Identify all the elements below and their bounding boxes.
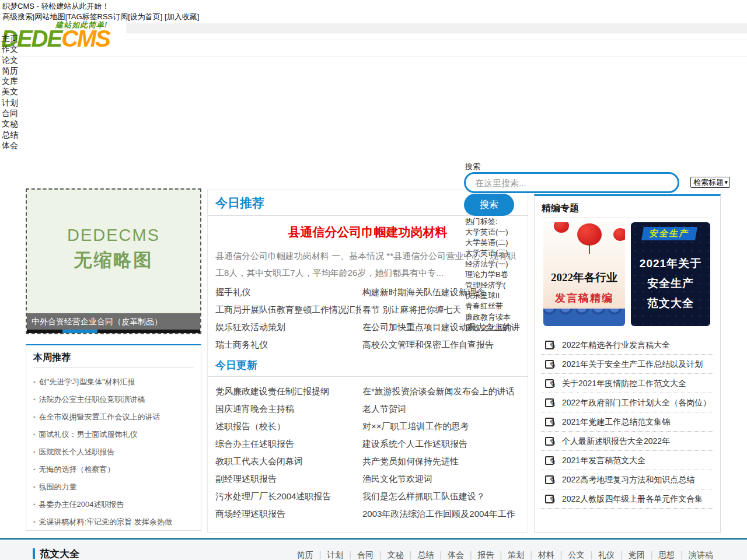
footer-link[interactable]: 演讲稿 [689,550,713,560]
list-item[interactable]: 污水处理厂厂长2004述职报告 [215,488,361,505]
list-item[interactable]: 老人节贺词 [362,400,529,418]
hot-tag[interactable]: 理论力学B卷 [465,270,511,280]
list-item[interactable]: 娱乐狂欢活动策划 [215,318,361,336]
topic-cards: 2022年各行业 发言稿精编 安全生产 2021年关于 安全生产 范文大全 [543,222,713,327]
thumb-caption[interactable]: 中外合资经营企业合同（皮革制品） [27,313,200,330]
edit-icon: ✎ [545,456,554,465]
logo[interactable]: DEDECMS 建站如此简单! [0,22,126,51]
card-title-line: 安全生产 [631,276,710,291]
topic-link[interactable]: 2022年政府部门工作计划大全（各岗位） [562,393,711,412]
topic-link[interactable]: 2021年党建工作总结范文集锦 [562,412,670,432]
list-item[interactable]: 瑞士商务礼仪 [215,336,361,354]
nav-item-zuowen[interactable]: 作文 [2,44,18,55]
list-item[interactable]: 法院办公室主任职位竞职演讲稿 [33,391,195,408]
list-item[interactable]: 教职工代表大会闭幕词 [215,453,361,470]
hot-tag[interactable]: 廉政教育读本 [465,312,511,323]
list-item[interactable]: 商场经理述职报告 [215,505,361,523]
list-item[interactable]: ✎2022高考地理复习方法和知识点总结 [542,470,713,489]
nav-item-wenmi[interactable]: 文秘 [2,119,18,130]
hot-tag[interactable]: 经济法学(一) [465,259,511,270]
nav-item-jihua[interactable]: 计划 [2,98,18,108]
footer-link[interactable]: 合同 [357,550,388,560]
hot-tag[interactable]: 快乐星球II [465,290,511,301]
list-item[interactable]: 无悔的选择（检察官） [33,461,195,478]
nav-item-jianli[interactable]: 简历 [2,66,18,76]
topic-link[interactable]: 2021年关于安全生产工作总结以及计划 [562,355,703,374]
topic-link[interactable]: 2022年精选各行业发言稿大全 [562,335,670,355]
list-item[interactable]: ✎2021年党建工作总结范文集锦 [542,412,713,432]
list-item[interactable]: 综合办主任述职报告 [215,435,361,453]
footer-link[interactable]: 文秘 [388,550,418,560]
footer-link[interactable]: 材料 [538,550,568,560]
nav-item-meiwen[interactable]: 美文 [2,87,18,97]
slider-indicator[interactable] [62,330,97,333]
hot-tag[interactable]: 廉政文化演讲 [465,323,511,333]
nav-item-wenku[interactable]: 文库 [2,76,18,87]
footer-link[interactable]: 思想 [658,550,689,560]
topic-link[interactable]: 2022人教版四年级上册各单元作文合集 [562,489,703,509]
list-item[interactable]: 在*旅游投资洽谈会新闻发布会上的讲话 [362,383,529,400]
list-item[interactable]: 在全市双拥暨安置工作会议上的讲话 [33,408,195,426]
footer-link[interactable]: 党团 [629,550,659,560]
footer-link[interactable]: 计划 [327,550,357,560]
hot-tag[interactable]: 青春红丝带 [465,301,511,312]
list-item[interactable]: ✎2022年政府部门工作计划大全（各岗位） [542,393,713,412]
list-item[interactable]: 党课讲稿材料:牢记党的宗旨 发挥余热做 [33,513,195,531]
list-item[interactable]: 国庆通宵晚会主持稿 [215,400,361,418]
nav-item-hetong[interactable]: 合同 [2,108,18,119]
footer-link[interactable]: 策划 [508,550,538,560]
footer-link[interactable]: 总结 [417,550,448,560]
hot-tag[interactable]: 大学英语(二) [465,237,511,248]
footer-link[interactable]: 礼仪 [598,550,629,560]
list-item[interactable]: 县委办主任2004述职报告 [33,496,195,513]
list-item[interactable]: 2003年政法综治工作回顾及2004年工作 [362,505,529,523]
featured-thumb[interactable]: DEDECMS 无缩略图 中外合资经营企业合同（皮革制品） [26,188,201,334]
list-item[interactable]: 共产党员如何保持先进性 [362,453,529,470]
list-item[interactable]: 氛围的力量 [33,478,195,496]
list-item[interactable]: 对××厂职工培训工作的思考 [362,418,529,435]
top-links-line[interactable]: 高级搜索|网站地图|TAG标签RSS订阅[设为首页] [加入收藏] [2,12,199,22]
list-item[interactable]: ✎关于2021年疫情防控工作范文大全 [542,374,713,393]
list-item[interactable]: 党风廉政建设责任制汇报提纲 [215,383,361,400]
page: 织梦CMS - 轻松建站从此开始！ 高级搜索|网站地图|TAG标签RSS订阅[设… [0,0,747,560]
topic-card-speeches[interactable]: 2022年各行业 发言稿精编 [543,222,625,326]
topic-card-safety[interactable]: 安全生产 2021年关于 安全生产 范文大全 [631,222,710,326]
nav-item-home[interactable]: 主页 [2,34,18,44]
list-item[interactable]: 医院院长个人述职报告 [33,443,195,461]
hot-tag[interactable]: 管理经济学( [465,280,511,290]
site-slogan: 织梦CMS - 轻松建站从此开始！ [2,1,109,12]
hot-tag[interactable]: 大学英语(一) [465,227,511,237]
list-item[interactable]: 握手礼仪 [215,284,361,301]
slider-track [27,330,200,333]
list-item[interactable]: ✎2022人教版四年级上册各单元作文合集 [542,489,713,509]
list-item[interactable]: ✎2022年精选各行业发言稿大全 [542,335,713,355]
footer-link[interactable]: 简历 [297,550,327,560]
footer-link[interactable]: 报告 [478,550,508,560]
topic-link[interactable]: 个人最新述职报告大全2022年 [562,432,670,451]
list-item[interactable]: ✎2021年关于安全生产工作总结以及计划 [542,355,713,374]
footer-link[interactable]: 公文 [568,550,598,560]
list-item[interactable]: ✎2021年发言稿范文大全 [542,451,713,470]
search-input[interactable] [464,172,679,193]
footer-link[interactable]: 体会 [448,550,478,560]
topic-link[interactable]: 关于2021年疫情防控工作范文大全 [562,374,686,393]
list-item[interactable]: 述职报告（校长） [215,418,361,435]
list-item[interactable]: 高校公文管理和保密工作自查报告 [362,336,529,354]
list-item[interactable]: 渔民文化节欢迎词 [362,470,529,488]
nav-item-lunwen[interactable]: 论文 [2,55,18,66]
topic-link[interactable]: 2021年发言稿范文大全 [562,451,645,470]
nav-item-tihui[interactable]: 体会 [2,141,18,151]
search-button[interactable]: 搜索 [464,194,514,216]
list-item[interactable]: 面试礼仪：男士面试服饰礼仪 [33,426,195,443]
list-item[interactable]: 工商局开展队伍教育整顿工作情况汇报 [215,301,361,318]
hot-tag[interactable]: 大学英语(三) [465,248,511,258]
search-field-select[interactable]: 检索标题 ▾ [690,177,730,188]
topic-link[interactable]: 2022高考地理复习方法和知识点总结 [562,470,694,489]
list-item[interactable]: 创"先进学习型集体"材料汇报 [33,373,195,391]
today-panel-title: 今日推荐 [215,195,264,211]
list-item[interactable]: 建设系统个人工作述职报告 [362,435,529,453]
list-item[interactable]: 我们是怎么样抓职工队伍建设？ [362,488,529,505]
list-item[interactable]: 副经理述职报告 [215,470,361,488]
list-item[interactable]: ✎个人最新述职报告大全2022年 [542,432,713,451]
nav-item-zongjie[interactable]: 总结 [2,130,18,141]
